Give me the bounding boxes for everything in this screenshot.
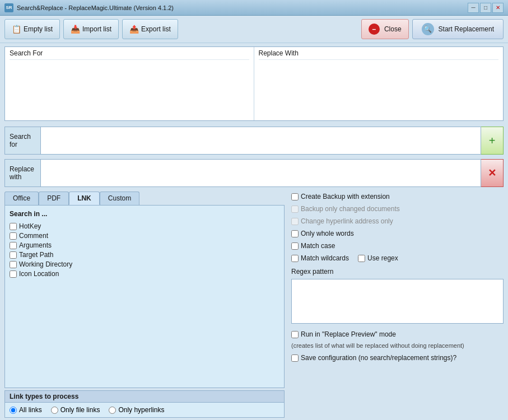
link-types-section: Link types to process All links Only fil… [4,390,285,418]
right-panel: Create Backup with extension Backup only… [285,192,504,418]
left-panel: Office PDF LNK Custom Search in ... HotK… [4,192,285,418]
create-backup-checkbox[interactable] [291,193,299,200]
replace-with-content [259,62,499,118]
title-bar: SR Search&Replace - ReplaceMagic.Ultimat… [0,0,508,16]
regex-pattern-label: Regex pattern [291,268,504,276]
hotkey-label: HotKey [19,222,41,230]
empty-list-button[interactable]: 📋 Empty list [4,19,60,39]
only-file-links-label: Only file links [60,406,100,414]
replace-with-input[interactable] [41,159,481,187]
run-preview-description: (creates list of what will be replaced w… [291,342,504,349]
search-for-content [10,62,249,118]
search-for-input[interactable] [41,127,481,155]
working-directory-checkbox[interactable] [10,261,17,268]
tab-bar: Office PDF LNK Custom [4,192,285,205]
start-replacement-icon: 🔍 [422,23,434,35]
comment-label: Comment [19,232,48,240]
cross-icon: ✕ [488,167,496,179]
search-in-box: Search in ... HotKey Comment Arguments T… [4,205,285,388]
checkbox-hotkey-row: HotKey [10,222,279,230]
icon-location-checkbox[interactable] [10,270,17,278]
run-preview-checkbox[interactable] [291,331,299,338]
run-preview-row: Run in "Replace Preview" mode [291,330,504,338]
regex-pattern-input[interactable] [291,279,504,324]
empty-list-label: Empty list [24,25,53,33]
match-case-checkbox[interactable] [291,242,299,250]
only-file-links-row: Only file links [51,406,100,414]
replace-with-column: Replace With [254,47,504,120]
import-list-button[interactable]: 📥 Import list [63,19,119,39]
run-preview-label: Run in "Replace Preview" mode [301,330,396,338]
match-wildcards-use-regex-row: Match wildcards Use regex [291,254,504,262]
create-backup-label: Create Backup with extension [301,193,390,200]
tab-lnk[interactable]: LNK [69,192,100,205]
import-list-icon: 📥 [71,25,80,34]
hotkey-checkbox[interactable] [10,223,17,230]
plus-icon: + [489,134,496,147]
comment-checkbox[interactable] [10,232,17,240]
arguments-checkbox[interactable] [10,242,17,249]
target-path-checkbox[interactable] [10,251,17,259]
search-for-header: Search For [10,49,249,60]
save-config-checkbox[interactable] [291,354,299,362]
tab-pdf[interactable]: PDF [39,192,69,205]
start-replacement-label: Start Replacement [439,25,494,33]
change-hyperlink-label: Change hyperlink address only [301,217,393,225]
toolbar: 📋 Empty list 📥 Import list 📤 Export list… [0,16,508,43]
regex-pattern-textarea[interactable] [292,279,503,323]
match-wildcards-checkbox[interactable] [291,255,299,262]
replace-with-label: Replacewith [4,159,41,187]
checkbox-icon-location-row: Icon Location [10,270,279,278]
search-for-label: Searchfor [4,127,41,155]
close-label: Close [384,25,402,33]
save-config-row: Save configuration (no search/replacemen… [291,354,504,362]
tab-custom[interactable]: Custom [100,192,139,205]
import-list-label: Import list [82,25,111,33]
change-hyperlink-checkbox [291,218,299,225]
whole-words-label: Only whole words [301,230,354,237]
whole-words-row: Only whole words [291,230,504,237]
app-icon: SR [4,3,13,12]
close-button[interactable]: – Close [361,19,409,39]
checkbox-target-path-row: Target Path [10,251,279,259]
export-list-button[interactable]: 📤 Export list [122,19,178,39]
only-hyperlinks-radio[interactable] [109,407,116,414]
replace-with-row: Replacewith ✕ [4,159,504,187]
checkbox-comment-row: Comment [10,232,279,240]
match-case-label: Match case [301,242,335,250]
remove-replace-button[interactable]: ✕ [481,159,504,187]
main-window: SR Search&Replace - ReplaceMagic.Ultimat… [0,0,508,420]
maximize-button[interactable]: □ [480,3,491,13]
save-config-label: Save configuration (no search/replacemen… [301,354,456,362]
whole-words-checkbox[interactable] [291,230,299,237]
export-list-icon: 📤 [129,25,139,34]
minimize-button[interactable]: ─ [468,3,479,13]
main-area: Office PDF LNK Custom Search in ... HotK… [0,189,508,420]
window-title: Search&Replace - ReplaceMagic.Ultimate (… [17,4,174,11]
target-path-label: Target Path [19,251,53,259]
link-types-title: Link types to process [5,391,284,403]
match-wildcards-label: Match wildcards [301,254,349,262]
add-search-button[interactable]: + [481,127,504,155]
use-regex-checkbox[interactable] [358,255,365,262]
tab-office[interactable]: Office [4,192,39,205]
window-close-button[interactable]: ✕ [492,3,504,13]
match-case-row: Match case [291,242,504,250]
create-backup-row: Create Backup with extension [291,193,504,200]
backup-changed-label: Backup only changed documents [301,205,400,213]
arguments-label: Arguments [19,241,52,249]
start-replacement-button[interactable]: 🔍 Start Replacement [412,19,504,39]
working-directory-label: Working Directory [19,260,72,268]
all-links-row: All links [10,406,42,414]
search-for-row: Searchfor + [4,127,504,155]
link-types-content: All links Only file links Only hyperlink… [5,403,284,417]
close-icon: – [369,24,380,35]
backup-changed-checkbox [291,206,299,213]
all-links-label: All links [19,406,42,414]
title-bar-controls: ─ □ ✕ [468,3,504,13]
replace-with-header: Replace With [259,49,499,60]
icon-location-label: Icon Location [19,270,59,278]
only-hyperlinks-row: Only hyperlinks [109,406,164,414]
only-file-links-radio[interactable] [51,407,58,414]
all-links-radio[interactable] [10,407,17,414]
